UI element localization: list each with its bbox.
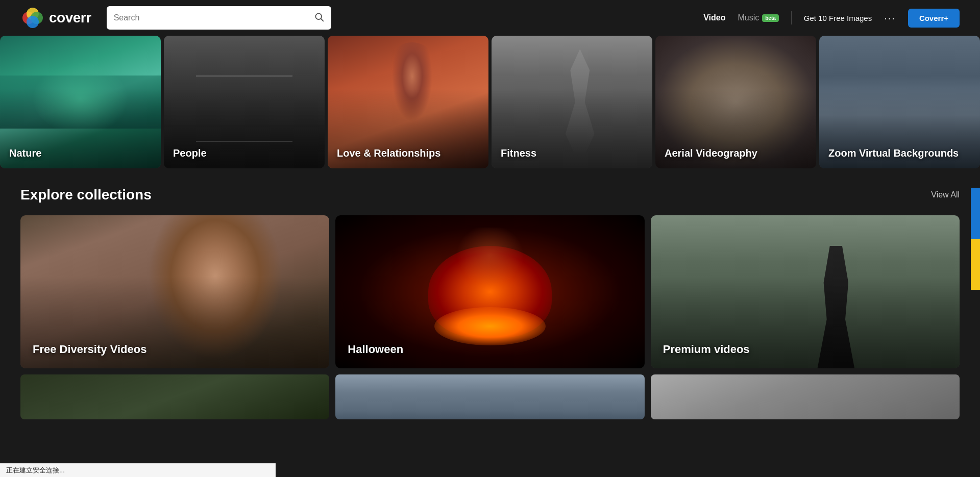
category-people[interactable]: People (164, 36, 325, 168)
explore-header: Explore collections View All (20, 187, 960, 203)
bottom-card-2[interactable] (335, 374, 644, 419)
collection-premium-label: Premium videos (663, 343, 750, 356)
search-icon[interactable] (314, 12, 324, 24)
category-people-label: People (173, 147, 207, 159)
category-zoom-label: Zoom Virtual Backgrounds (828, 147, 959, 159)
logo-text: coverr (49, 10, 91, 26)
collection-diversity[interactable]: Free Diversity Videos (20, 215, 329, 368)
logo-icon (20, 6, 45, 30)
category-zoom[interactable]: Zoom Virtual Backgrounds (819, 36, 980, 168)
beta-badge: beta (762, 14, 779, 22)
search-bar (107, 6, 331, 30)
nav-music-wrap[interactable]: Music beta (738, 13, 778, 22)
view-all-link[interactable]: View All (931, 190, 960, 199)
bottom-strip (0, 368, 980, 419)
category-aerial-label: Aerial Videography (665, 147, 757, 159)
coverr-plus-button[interactable]: Coverr+ (908, 9, 960, 28)
nav-right: Video Music beta Get 10 Free Images ··· … (703, 9, 960, 28)
bottom-card-1[interactable] (20, 374, 329, 419)
categories-strip: Nature People Love & Relationships Fitne… (0, 36, 980, 168)
category-love[interactable]: Love & Relationships (328, 36, 488, 168)
more-button[interactable]: ··· (884, 12, 896, 24)
explore-section: Explore collections View All Free Divers… (0, 168, 980, 368)
category-fitness[interactable]: Fitness (492, 36, 652, 168)
svg-point-3 (27, 16, 39, 28)
category-love-label: Love & Relationships (337, 147, 440, 159)
category-nature-label: Nature (9, 147, 41, 159)
category-nature[interactable]: Nature (0, 36, 161, 168)
logo[interactable]: coverr (20, 6, 91, 30)
svg-line-5 (321, 18, 323, 21)
collections-grid: Free Diversity Videos Halloween Premium … (20, 215, 960, 368)
search-input[interactable] (114, 13, 314, 22)
collection-premium[interactable]: Premium videos (651, 215, 960, 368)
side-buttons (971, 188, 980, 290)
collection-diversity-label: Free Diversity Videos (33, 343, 146, 356)
status-bar: 正在建立安全连接... (0, 463, 276, 477)
category-aerial[interactable]: Aerial Videography (655, 36, 816, 168)
side-button-yellow[interactable] (971, 239, 980, 290)
header: coverr Video Music beta Get 10 Free Imag… (0, 0, 980, 36)
category-fitness-label: Fitness (501, 147, 536, 159)
nav-free-images[interactable]: Get 10 Free Images (804, 14, 872, 22)
nav-video[interactable]: Video (703, 13, 725, 22)
nav-divider (791, 11, 792, 24)
explore-title: Explore collections (20, 187, 152, 203)
side-button-blue[interactable] (971, 188, 980, 239)
bottom-card-3[interactable] (651, 374, 960, 419)
collection-halloween-label: Halloween (348, 343, 403, 356)
collection-halloween[interactable]: Halloween (335, 215, 644, 368)
nav-music-label: Music (738, 13, 759, 22)
status-text: 正在建立安全连接... (6, 466, 65, 474)
